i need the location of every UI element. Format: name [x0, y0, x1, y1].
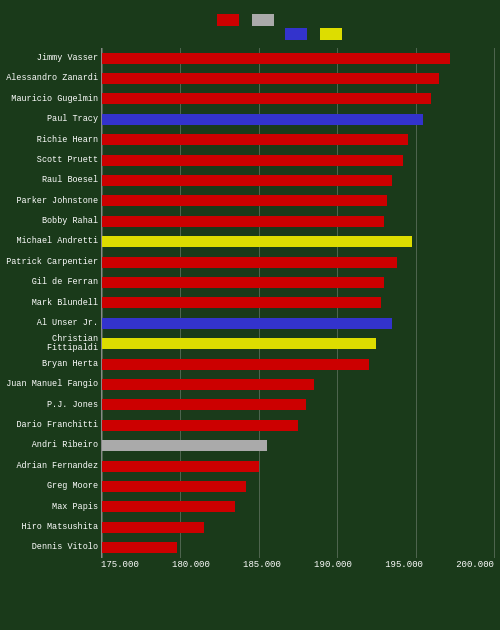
bar-jimmy-vasser — [102, 53, 450, 64]
y-label-18: Dario Franchitti — [6, 416, 98, 434]
y-label-23: Hiro Matsushita — [6, 518, 98, 536]
bar-andri-ribeiro — [102, 440, 267, 451]
bar-juan-manuel-fangio — [102, 379, 314, 390]
y-label-15: Bryan Herta — [6, 355, 98, 373]
bar-row-20 — [102, 458, 494, 474]
reynard-color-box — [217, 14, 239, 26]
legend-swift — [320, 28, 345, 40]
y-label-10: Patrick Carpentier — [6, 253, 98, 271]
bars-container — [102, 48, 494, 558]
penske-color-box — [285, 28, 307, 40]
bar-row-10 — [102, 254, 494, 270]
y-label-2: Mauricio Gugelmin — [6, 90, 98, 108]
bar-row-0 — [102, 50, 494, 66]
y-label-17: P.J. Jones — [6, 396, 98, 414]
bar-row-8 — [102, 213, 494, 229]
y-label-3: Paul Tracy — [6, 110, 98, 128]
bar-row-3 — [102, 111, 494, 127]
y-label-11: Gil de Ferran — [6, 273, 98, 291]
bar-row-4 — [102, 132, 494, 148]
bar-row-7 — [102, 193, 494, 209]
swift-color-box — [320, 28, 342, 40]
bar-dennis-vitolo — [102, 542, 177, 553]
x-label-5: 200.000 — [456, 560, 494, 570]
y-label-6: Raul Boesel — [6, 172, 98, 190]
bar-adrian-fernandez — [102, 461, 259, 472]
y-label-12: Mark Blundell — [6, 294, 98, 312]
bar-dario-franchitti — [102, 420, 298, 431]
bar-al-unser-jr. — [102, 318, 392, 329]
y-label-21: Greg Moore — [6, 477, 98, 495]
legend: colors indicate chassis — [6, 14, 494, 42]
grid-line-200 — [494, 48, 495, 558]
bar-row-14 — [102, 336, 494, 352]
bar-christian-fittipaldi — [102, 338, 376, 349]
bar-row-6 — [102, 173, 494, 189]
bar-patrick-carpentier — [102, 257, 397, 268]
bar-alessandro-zanardi — [102, 73, 439, 84]
y-label-22: Max Papis — [6, 498, 98, 516]
bar-row-19 — [102, 438, 494, 454]
y-label-0: Jimmy Vasser — [6, 49, 98, 67]
legend-reynard — [217, 14, 242, 26]
chart-area: Jimmy VasserAlessandro ZanardiMauricio G… — [6, 48, 494, 558]
x-label-1: 180.000 — [172, 560, 210, 570]
y-label-19: Andri Ribeiro — [6, 437, 98, 455]
bar-row-21 — [102, 478, 494, 494]
lola-color-box — [252, 14, 274, 26]
y-label-1: Alessandro Zanardi — [6, 70, 98, 88]
y-label-8: Bobby Rahal — [6, 212, 98, 230]
bar-row-9 — [102, 234, 494, 250]
bar-row-24 — [102, 540, 494, 556]
bar-michael-andretti — [102, 236, 412, 247]
chart-inner — [101, 48, 494, 558]
x-label-0: 175.000 — [101, 560, 139, 570]
bar-richie-hearn — [102, 134, 408, 145]
y-label-14: Christian Fittipaldi — [6, 335, 98, 353]
bar-bobby-rahal — [102, 216, 384, 227]
bar-row-13 — [102, 315, 494, 331]
y-label-16: Juan Manuel Fangio — [6, 375, 98, 393]
bar-row-22 — [102, 499, 494, 515]
legend-penske — [285, 28, 310, 40]
y-label-5: Scott Pruett — [6, 151, 98, 169]
bar-mark-blundell — [102, 297, 381, 308]
bar-row-11 — [102, 274, 494, 290]
y-label-20: Adrian Fernandez — [6, 457, 98, 475]
x-axis: 175.000180.000185.000190.000195.000200.0… — [101, 560, 494, 570]
legend-lola — [252, 14, 277, 26]
bar-paul-tracy — [102, 114, 423, 125]
bar-row-17 — [102, 397, 494, 413]
bar-gil-de-ferran — [102, 277, 384, 288]
bar-row-2 — [102, 91, 494, 107]
bar-max-papis — [102, 501, 235, 512]
y-label-4: Richie Hearn — [6, 131, 98, 149]
y-label-7: Parker Johnstone — [6, 192, 98, 210]
bar-bryan-herta — [102, 359, 369, 370]
bar-row-5 — [102, 152, 494, 168]
bar-row-18 — [102, 417, 494, 433]
bar-mauricio-gugelmin — [102, 93, 431, 104]
bar-row-16 — [102, 376, 494, 392]
main-container: colors indicate chassis Jimmy VasserAles… — [0, 0, 500, 630]
y-label-24: Dennis Vitolo — [6, 539, 98, 557]
x-label-4: 195.000 — [385, 560, 423, 570]
bar-scott-pruett — [102, 155, 403, 166]
bar-row-1 — [102, 71, 494, 87]
bar-hiro-matsushita — [102, 522, 204, 533]
y-label-9: Michael Andretti — [6, 233, 98, 251]
bar-row-15 — [102, 356, 494, 372]
x-label-3: 190.000 — [314, 560, 352, 570]
bar-p.j.-jones — [102, 399, 306, 410]
y-label-13: Al Unser Jr. — [6, 314, 98, 332]
bar-parker-johnstone — [102, 195, 387, 206]
bar-row-23 — [102, 519, 494, 535]
bar-raul-boesel — [102, 175, 392, 186]
bar-greg-moore — [102, 481, 246, 492]
bar-row-12 — [102, 295, 494, 311]
x-label-2: 185.000 — [243, 560, 281, 570]
y-axis-labels: Jimmy VasserAlessandro ZanardiMauricio G… — [6, 48, 101, 558]
